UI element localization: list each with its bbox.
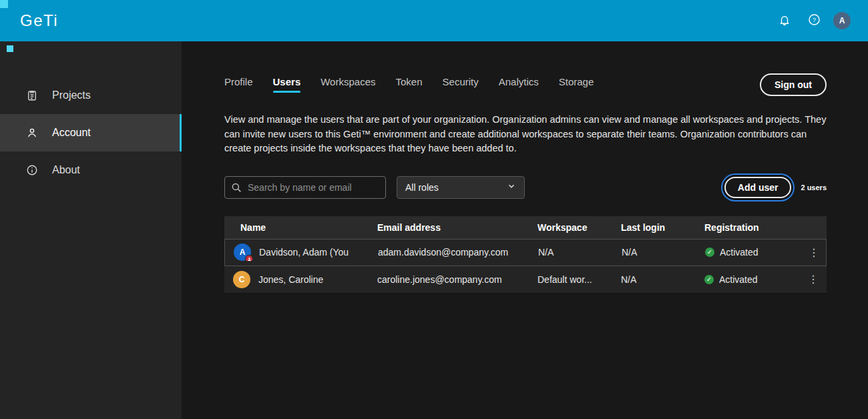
roles-filter-select[interactable]: All roles xyxy=(397,176,525,199)
users-table: Name Email address Workspace Last login … xyxy=(224,216,827,294)
column-header-registration: Registration xyxy=(704,222,800,233)
sidebar: Projects Account About xyxy=(0,41,182,419)
users-count: 2 users xyxy=(801,183,827,191)
user-workspace: N/A xyxy=(538,247,622,258)
search-icon xyxy=(230,181,242,193)
row-menu-button[interactable]: ⋮ xyxy=(800,273,827,286)
notifications-button[interactable] xyxy=(775,11,795,31)
table-header: Name Email address Workspace Last login … xyxy=(224,216,827,239)
table-row[interactable]: C Jones, Caroline caroline.jones@company… xyxy=(224,266,827,294)
check-circle-icon: ✓ xyxy=(704,275,714,284)
tab-users[interactable]: Users xyxy=(273,71,301,98)
sidebar-item-about[interactable]: About xyxy=(0,151,182,189)
check-circle-icon: ✓ xyxy=(705,248,714,257)
sidebar-item-label: Projects xyxy=(52,89,91,101)
roles-filter-value: All roles xyxy=(405,182,439,193)
tab-analytics[interactable]: Analytics xyxy=(499,71,539,98)
account-tabs: Profile Users Workspaces Token Security … xyxy=(224,71,594,98)
user-last-login: N/A xyxy=(622,247,705,258)
registration-status: Activated xyxy=(719,274,758,285)
user-name: Davidson, Adam (You xyxy=(259,247,349,258)
user-email: adam.davidson@company.com xyxy=(378,247,538,258)
info-icon xyxy=(25,163,39,177)
brand-corner-square xyxy=(0,0,8,8)
tab-workspaces[interactable]: Workspaces xyxy=(320,71,375,98)
app-logo: GeTi xyxy=(20,11,58,30)
row-menu-button[interactable]: ⋮ xyxy=(801,246,827,259)
sidebar-item-label: Account xyxy=(52,127,91,139)
tab-security[interactable]: Security xyxy=(443,71,479,98)
avatar: A xyxy=(234,244,251,261)
admin-badge-icon xyxy=(245,255,253,261)
users-description: View and manage the users that are part … xyxy=(224,113,827,156)
add-user-button[interactable]: Add user xyxy=(724,177,792,198)
sidebar-item-account[interactable]: Account xyxy=(0,114,182,151)
avatar-initial: C xyxy=(239,275,245,284)
account-icon xyxy=(25,126,39,139)
top-bar: GeTi ? A xyxy=(0,0,868,41)
column-header-name: Name xyxy=(224,222,377,233)
tabs-row: Profile Users Workspaces Token Security … xyxy=(224,71,827,98)
main-content: Profile Users Workspaces Token Security … xyxy=(182,41,868,419)
avatar-initial: A xyxy=(839,16,845,25)
topbar-actions: ? A xyxy=(775,11,851,31)
chevron-down-icon xyxy=(507,181,516,193)
user-registration: ✓ Activated xyxy=(705,247,801,258)
projects-icon xyxy=(25,89,39,102)
avatar: C xyxy=(233,271,250,288)
search-wrap xyxy=(224,176,386,199)
sidebar-item-label: About xyxy=(52,164,80,176)
user-name-cell: A Davidson, Adam (You xyxy=(225,244,378,261)
app-shell: Projects Account About Profile Users Wor… xyxy=(0,41,868,419)
bell-icon xyxy=(779,14,791,28)
avatar-initial: A xyxy=(240,248,246,257)
column-header-last-login: Last login xyxy=(621,222,704,233)
tab-token[interactable]: Token xyxy=(396,71,423,98)
user-registration: ✓ Activated xyxy=(704,274,800,285)
brand-sidebar-square xyxy=(7,45,13,52)
table-row[interactable]: A Davidson, Adam (You adam.davidson@comp… xyxy=(224,239,827,266)
search-input[interactable] xyxy=(224,176,386,199)
column-header-email: Email address xyxy=(377,222,537,233)
user-name-cell: C Jones, Caroline xyxy=(224,271,377,288)
tab-storage[interactable]: Storage xyxy=(559,71,594,98)
svg-text:?: ? xyxy=(812,16,815,23)
user-name: Jones, Caroline xyxy=(258,274,323,285)
help-icon: ? xyxy=(808,13,821,28)
user-last-login: N/A xyxy=(621,274,704,285)
user-email: caroline.jones@company.com xyxy=(377,274,537,285)
column-header-workspace: Workspace xyxy=(537,222,621,233)
registration-status: Activated xyxy=(720,247,758,258)
add-user-area: Add user 2 users xyxy=(724,177,827,198)
sign-out-button[interactable]: Sign out xyxy=(760,73,827,96)
users-controls: All roles Add user 2 users xyxy=(224,176,827,199)
user-workspace: Default wor... xyxy=(537,274,621,285)
user-avatar[interactable]: A xyxy=(833,12,851,29)
sidebar-nav: Projects Account About xyxy=(0,77,182,189)
sidebar-item-projects[interactable]: Projects xyxy=(0,77,182,114)
tab-profile[interactable]: Profile xyxy=(224,71,253,98)
help-button[interactable]: ? xyxy=(804,11,824,31)
